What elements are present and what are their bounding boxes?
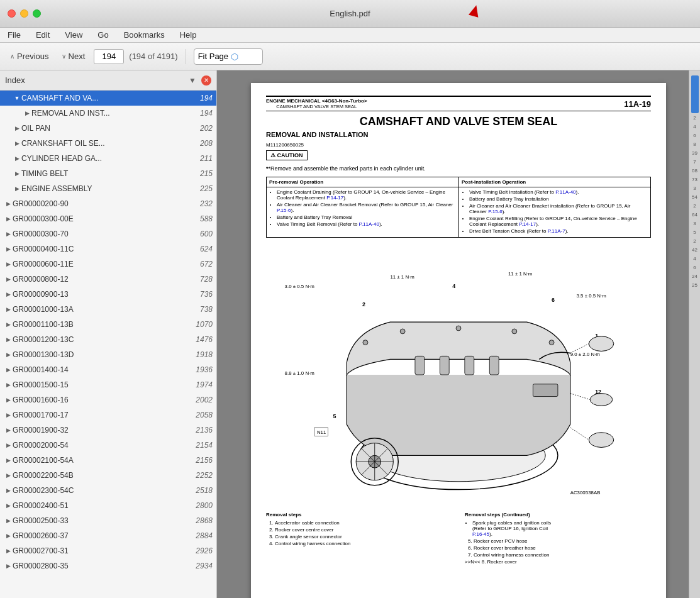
item-page: 1070 xyxy=(190,320,213,329)
sidebar-item-gr600-11e[interactable]: ▶ GR00000600-11E 672 xyxy=(0,257,216,272)
sidebar-item-oil-pan[interactable]: ▶ OIL PAN 202 xyxy=(0,121,216,136)
previous-button[interactable]: ∧ Previous xyxy=(6,49,53,64)
item-page: 2934 xyxy=(190,562,213,570)
sidebar-list[interactable]: ▼ CAMSHAFT AND VA... 194 ▶ REMOVAL AND I… xyxy=(0,91,216,598)
item-page: 2868 xyxy=(190,516,213,525)
sidebar-item-gr1900-32[interactable]: ▶ GR00001900-32 2136 xyxy=(0,423,216,438)
menu-view[interactable]: View xyxy=(62,30,85,40)
expand-icon: ▼ xyxy=(13,94,21,102)
expand-icon: ▶ xyxy=(4,411,13,419)
svg-text:N11: N11 xyxy=(317,429,326,435)
sidebar-item-gr2800-35[interactable]: ▶ GR00002800-35 2934 xyxy=(0,558,216,573)
menu-file[interactable]: File xyxy=(5,30,23,40)
expand-icon: ▶ xyxy=(4,426,13,435)
sidebar-item-gr900-13[interactable]: ▶ GR00000900-13 736 xyxy=(0,287,216,302)
minimize-button[interactable] xyxy=(20,9,28,18)
sidebar-item-crankshaft[interactable]: ▶ CRANKSHAFT OIL SE... 208 xyxy=(0,136,216,151)
fit-page-select[interactable]: Fit Page ⬡ xyxy=(194,48,263,65)
expand-icon: ▶ xyxy=(4,305,13,314)
item-label: GR00001200-13C xyxy=(13,335,187,344)
sidebar-controls: ▼ ✕ xyxy=(186,75,211,86)
sidebar-item-gr1500-15[interactable]: ▶ GR00001500-15 1974 xyxy=(0,377,216,392)
item-label: GR00002100-54A xyxy=(13,456,187,465)
item-page: 1974 xyxy=(190,380,213,389)
sidebar-item-gr1600-16[interactable]: ▶ GR00001600-16 2002 xyxy=(0,392,216,407)
sidebar-item-gr400-11c[interactable]: ▶ GR00000400-11C 624 xyxy=(0,241,216,257)
sidebar-item-gr2200-54b[interactable]: ▶ GR00002200-54B 2252 xyxy=(0,468,216,483)
expand-icon: ▶ xyxy=(4,275,13,284)
sidebar-item-gr800-12[interactable]: ▶ GR00000800-12 728 xyxy=(0,272,216,287)
item-page: 2926 xyxy=(190,546,213,555)
sidebar-item-gr1400-14[interactable]: ▶ GR00001400-14 1936 xyxy=(0,362,216,377)
menu-help[interactable]: Help xyxy=(177,30,199,40)
svg-point-24 xyxy=(363,340,368,345)
menu-go[interactable]: Go xyxy=(95,30,111,40)
item-page: 2002 xyxy=(190,396,213,404)
sidebar-item-gr2300-54c[interactable]: ▶ GR00002300-54C 2518 xyxy=(0,483,216,498)
sidebar-item-gr1100-13b[interactable]: ▶ GR00001100-13B 1070 xyxy=(0,317,216,332)
scroll-num-39: 39 xyxy=(692,150,697,157)
sidebar-item-gr1000-13a[interactable]: ▶ GR00001000-13A 738 xyxy=(0,302,216,317)
chevron-up-icon: ∧ xyxy=(10,53,14,60)
svg-text:9.0 ± 2.0 N·m: 9.0 ± 2.0 N·m xyxy=(570,352,601,357)
sidebar-item-gr1300-13d[interactable]: ▶ GR00001300-13D 1918 xyxy=(0,347,216,362)
pdf-right-sidebar[interactable]: 2 4 6 8 39 7 08 73 3 54 2 64 3 5 2 42 4 … xyxy=(689,70,700,598)
scroll-num-54: 54 xyxy=(692,194,697,201)
sidebar-item-cylinder-head[interactable]: ▶ CYLINDER HEAD GA... 211 xyxy=(0,151,216,166)
sidebar-item-gr2700-31[interactable]: ▶ GR00002700-31 2926 xyxy=(0,543,216,558)
sidebar-item-gr2100-54a[interactable]: ▶ GR00002100-54A 2156 xyxy=(0,453,216,468)
sidebar-item-camshaft[interactable]: ▼ CAMSHAFT AND VA... 194 xyxy=(0,91,216,106)
item-label: GR00002400-51 xyxy=(13,501,187,510)
sidebar-item-gr200-90[interactable]: ▶ GR00000200-90 232 xyxy=(0,196,216,211)
previous-label: Previous xyxy=(17,52,49,61)
svg-text:2: 2 xyxy=(362,301,365,307)
page-number-input[interactable] xyxy=(94,49,124,64)
sidebar-item-removal-inst[interactable]: ▶ REMOVAL AND INST... 194 xyxy=(0,106,216,121)
expand-icon: ▶ xyxy=(4,199,13,208)
sidebar-item-gr1700-17[interactable]: ▶ GR00001700-17 2058 xyxy=(0,407,216,423)
item-page: 624 xyxy=(190,245,213,253)
engine-section: ENGINE MECHANICAL <4G63-Non-Turbo> xyxy=(266,98,367,104)
removal-col-left: Removal steps Accelerator cable connecti… xyxy=(266,512,452,565)
sidebar-item-engine-assembly[interactable]: ▶ ENGINE ASSEMBLY 225 xyxy=(0,181,216,196)
menu-bookmarks[interactable]: Bookmarks xyxy=(121,30,167,40)
expand-icon: ▶ xyxy=(4,516,13,525)
expand-icon: ▶ xyxy=(4,245,13,253)
close-button[interactable] xyxy=(8,9,16,18)
scroll-num-6b: 6 xyxy=(693,264,696,272)
sidebar-item-gr300-70[interactable]: ▶ GR00000300-70 600 xyxy=(0,226,216,241)
sidebar-item-gr2400-51[interactable]: ▶ GR00002400-51 2800 xyxy=(0,498,216,513)
item-page: 2252 xyxy=(190,471,213,480)
sidebar-item-gr2500-33[interactable]: ▶ GR00002500-33 2868 xyxy=(0,513,216,528)
sidebar-item-gr300-00e[interactable]: ▶ GR00000300-00E 588 xyxy=(0,211,216,226)
sidebar-item-gr2600-37[interactable]: ▶ GR00002600-37 2884 xyxy=(0,528,216,543)
item-label: GR00002500-33 xyxy=(13,516,187,525)
svg-text:3.0 ± 0.5 N·m: 3.0 ± 0.5 N·m xyxy=(285,284,315,289)
caution-triangle-icon: ⚠ xyxy=(270,152,275,158)
item-page: 736 xyxy=(190,290,213,299)
menu-edit[interactable]: Edit xyxy=(33,30,52,40)
svg-rect-39 xyxy=(489,356,499,375)
sidebar-close-button[interactable]: ✕ xyxy=(201,75,211,86)
removal-step-1: Accelerator cable connection xyxy=(275,520,452,526)
removal-continued-8: >>N<< 8. Rocker cover xyxy=(465,559,651,565)
svg-text:11 ± 1 N·m: 11 ± 1 N·m xyxy=(508,271,533,277)
removal-step-3: Crank angle sensor connector xyxy=(275,534,452,540)
pdf-operation-title: REMOVAL AND INSTALLATION xyxy=(266,131,651,138)
expand-icon: ▶ xyxy=(13,184,21,193)
item-label: GR00000300-70 xyxy=(13,230,187,238)
item-label: CRANKSHAFT OIL SE... xyxy=(21,139,187,148)
sidebar-item-gr1200-13c[interactable]: ▶ GR00001200-13C 1476 xyxy=(0,332,216,347)
fullscreen-button[interactable] xyxy=(33,9,41,18)
pdf-page: ENGINE MECHANICAL <4G63-Non-Turbo> CAMSH… xyxy=(251,83,666,598)
sidebar-dropdown-button[interactable]: ▼ xyxy=(186,75,199,86)
sidebar-item-timing-belt[interactable]: ▶ TIMING BELT 215 xyxy=(0,166,216,181)
item-page: 215 xyxy=(190,169,213,178)
next-button[interactable]: ∨ Next xyxy=(58,49,89,64)
scroll-num-08: 08 xyxy=(692,167,697,175)
sidebar-item-gr2000-54[interactable]: ▶ GR00002000-54 2154 xyxy=(0,438,216,453)
expand-icon: ▶ xyxy=(4,214,13,223)
expand-icon: ▶ xyxy=(4,546,13,555)
removal-step-4: Control wiring harness connection xyxy=(275,541,452,546)
removal-steps-title: Removal steps xyxy=(266,512,452,518)
